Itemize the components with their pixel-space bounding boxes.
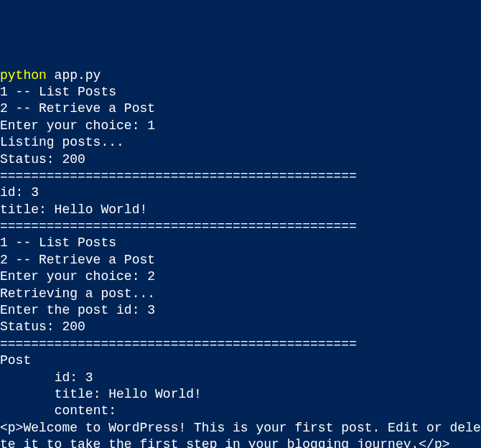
post-id-prompt: Enter the post id: 3 [0,302,481,319]
post-header: Post [0,353,481,369]
divider-line: ========================================… [0,168,481,185]
choice-prompt: Enter your choice: 1 [0,118,481,134]
command-executable: python [0,68,47,83]
post-detail-content-body: <p>Welcome to WordPress! This is your fi… [0,420,481,448]
post-detail-content-label: content: [0,403,481,419]
status-line: Status: 200 [0,151,481,168]
menu-option-2: 2 -- Retrieve a Post [0,252,481,269]
menu-option-1: 1 -- List Posts [0,235,481,251]
post-id: id: 3 [0,185,481,201]
retrieving-action: Retrieving a post... [0,286,481,302]
menu-option-2: 2 -- Retrieve a Post [0,101,481,117]
post-detail-id: id: 3 [0,370,481,386]
menu-option-1: 1 -- List Posts [0,84,481,101]
command-line: python app.py [0,67,481,84]
choice-prompt: Enter your choice: 2 [0,269,481,285]
divider-line: ========================================… [0,218,481,235]
post-title: title: Hello World! [0,202,481,218]
status-line: Status: 200 [0,319,481,335]
listing-action: Listing posts... [0,134,481,151]
post-detail-title: title: Hello World! [0,386,481,403]
terminal-output: python app.py1 -- List Posts2 -- Retriev… [0,67,481,448]
command-argument: app.py [47,68,101,83]
divider-line: ========================================… [0,336,481,353]
